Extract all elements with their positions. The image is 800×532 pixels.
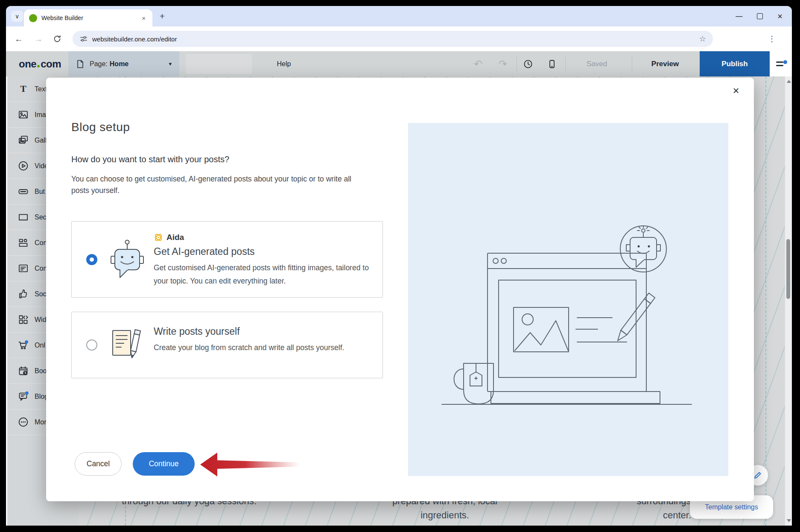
gallery-icon xyxy=(18,134,29,146)
history-button[interactable] xyxy=(519,51,537,76)
tab-favicon xyxy=(29,14,37,22)
modal-description: You can choose to get customised, AI-gen… xyxy=(71,173,370,196)
cancel-button[interactable]: Cancel xyxy=(75,452,122,476)
page-icon xyxy=(76,59,85,69)
notification-dot xyxy=(783,60,787,64)
window-controls: — × xyxy=(736,6,782,26)
thumbs-up-icon xyxy=(18,288,29,300)
logo-dot xyxy=(37,65,40,67)
video-play-icon xyxy=(18,160,29,172)
toolbar-divider xyxy=(632,56,632,71)
modal-question: How do you want to start with your posts… xyxy=(71,155,229,164)
tab-search-button[interactable]: ∨ xyxy=(11,11,23,22)
radio-write-yourself[interactable] xyxy=(86,339,97,351)
publish-button[interactable]: Publish xyxy=(700,51,770,76)
notepad-pencil-icon xyxy=(108,326,142,364)
redo-button[interactable]: ↷ xyxy=(493,51,512,76)
chevron-down-icon: ∨ xyxy=(15,13,19,20)
chevron-down-icon: ▾ xyxy=(169,61,172,67)
robot-icon xyxy=(108,238,147,281)
svg-text:T: T xyxy=(20,84,26,94)
aida-brand: Aida xyxy=(154,233,372,242)
history-clock-icon xyxy=(523,59,533,69)
blog-setup-modal: × Blog setup How do you want to start wi… xyxy=(46,78,754,501)
maximize-button[interactable] xyxy=(757,13,763,19)
redo-icon: ↷ xyxy=(499,58,507,70)
option-body: Create your blog from scratch and write … xyxy=(154,341,354,354)
toolbar-placeholder xyxy=(186,54,252,74)
pencil-icon xyxy=(753,471,762,480)
site-settings-icon xyxy=(79,35,88,43)
more-dots-icon xyxy=(18,416,29,428)
minimize-button[interactable]: — xyxy=(736,13,742,20)
toolbar-divider xyxy=(565,56,566,71)
page-scrollbar[interactable] xyxy=(785,76,792,526)
blog-illustration xyxy=(408,123,728,476)
option-body: Get customised AI-generated posts with f… xyxy=(154,261,372,288)
editor-menu-button[interactable] xyxy=(770,51,792,76)
mobile-icon xyxy=(547,59,557,69)
laptop-writing-illustration xyxy=(435,222,700,406)
bookmark-star-icon[interactable]: ☆ xyxy=(699,34,706,44)
continue-button[interactable]: Continue xyxy=(133,452,195,476)
option-write-posts-yourself[interactable]: Write posts yourself Create your blog fr… xyxy=(71,312,383,378)
tab-close-icon[interactable]: × xyxy=(140,14,147,23)
section-icon xyxy=(18,211,29,223)
image-icon xyxy=(18,109,29,120)
save-status: Saved xyxy=(578,51,616,76)
hamburger-icon xyxy=(776,61,785,67)
modal-close-icon[interactable]: × xyxy=(728,83,744,98)
undo-button[interactable]: ↶ xyxy=(469,51,488,76)
widgets-icon xyxy=(18,314,29,325)
booking-calendar-icon xyxy=(18,365,29,377)
forward-button[interactable]: → xyxy=(31,26,46,51)
scroll-up-arrow[interactable] xyxy=(787,80,791,83)
tab-strip: ∨ Website Builder × + — × xyxy=(6,6,792,26)
annotation-arrow xyxy=(199,451,305,478)
scrollbar-thumb[interactable] xyxy=(786,239,790,299)
button-icon xyxy=(18,186,29,197)
aida-name: Aida xyxy=(166,233,184,242)
guide-line xyxy=(765,76,766,526)
contact-form-icon xyxy=(18,263,29,274)
back-button[interactable]: ← xyxy=(11,26,26,51)
one-com-logo: one com xyxy=(19,51,61,76)
url-text[interactable]: websitebuilder.one.com/editor xyxy=(92,35,699,43)
browser-window: ∨ Website Builder × + — × ← → websiteb xyxy=(6,6,792,526)
browser-tab[interactable]: Website Builder × xyxy=(24,9,152,26)
option-title: Write posts yourself xyxy=(154,326,372,337)
aida-atom-icon xyxy=(154,233,163,242)
browser-menu-button[interactable]: ⋮ xyxy=(765,26,778,51)
scroll-down-arrow[interactable] xyxy=(787,519,791,522)
option-title: Get AI-generated posts xyxy=(154,246,372,257)
components-icon xyxy=(18,237,29,248)
editor-toolbar: one com Page: Home ▾ Help ↶ ↷ Save xyxy=(6,51,792,76)
toolbar-divider xyxy=(517,56,517,71)
shopping-cart-icon xyxy=(18,339,29,351)
reload-button[interactable] xyxy=(50,26,65,51)
browser-nav-row: ← → websitebuilder.one.com/editor ☆ ⋮ xyxy=(6,26,792,51)
help-button[interactable]: Help xyxy=(267,51,301,76)
undo-icon: ↶ xyxy=(474,58,482,70)
close-window-button[interactable]: × xyxy=(777,12,782,20)
text-icon: T xyxy=(18,83,29,95)
preview-button[interactable]: Preview xyxy=(642,51,689,76)
reload-icon xyxy=(53,35,61,43)
editor-body: T Text Ima Gall Vide But Sec xyxy=(6,76,792,526)
modal-title: Blog setup xyxy=(71,120,130,134)
page-selector-dropdown[interactable]: Page: Home ▾ xyxy=(68,51,179,76)
url-bar[interactable]: websitebuilder.one.com/editor ☆ xyxy=(73,31,713,47)
radio-ai-generated[interactable] xyxy=(86,254,97,265)
option-ai-generated-posts[interactable]: Aida Get AI-generated posts Get customis… xyxy=(71,221,383,298)
blog-bubble-icon xyxy=(18,391,29,402)
mobile-preview-button[interactable] xyxy=(543,51,561,76)
tab-title: Website Builder xyxy=(41,15,140,21)
new-tab-button[interactable]: + xyxy=(156,10,168,22)
